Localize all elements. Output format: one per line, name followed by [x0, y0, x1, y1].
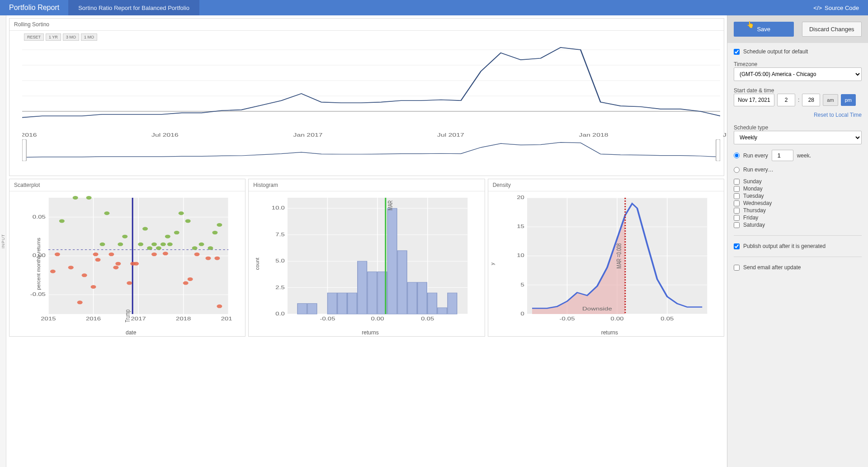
svg-text:5.0: 5.0 — [275, 258, 285, 264]
hour-input[interactable] — [777, 94, 795, 106]
svg-text:5: 5 — [520, 282, 524, 287]
svg-point-45 — [174, 231, 179, 234]
svg-rect-93 — [308, 304, 317, 314]
schedule-type-select[interactable]: Weekly — [734, 131, 862, 144]
svg-rect-92 — [297, 304, 307, 314]
svg-point-53 — [50, 270, 56, 273]
publish-output-checkbox[interactable] — [734, 243, 740, 249]
svg-rect-94 — [328, 293, 337, 314]
publish-output-label: Publish output after it is generated — [743, 243, 826, 249]
svg-point-63 — [115, 262, 121, 266]
svg-point-52 — [217, 223, 222, 227]
schedule-type-label: Schedule type — [734, 124, 862, 131]
timezone-label: Timezone — [734, 61, 862, 67]
svg-point-39 — [147, 246, 152, 250]
svg-point-40 — [151, 243, 157, 246]
svg-text:Trump: Trump — [123, 310, 132, 322]
svg-text:Jul 2017: Jul 2017 — [437, 133, 464, 138]
svg-point-49 — [199, 243, 204, 246]
svg-rect-100 — [388, 208, 397, 314]
range-1yr[interactable]: 1 YR — [46, 33, 61, 41]
day-friday-checkbox[interactable] — [734, 215, 740, 221]
svg-text:-0.05: -0.05 — [320, 316, 335, 322]
svg-rect-104 — [428, 293, 437, 314]
svg-text:Jul 2018: Jul 2018 — [723, 133, 727, 138]
am-toggle[interactable]: am — [823, 94, 838, 106]
rolling-sortino-chart[interactable]: 01234 — [22, 40, 720, 130]
svg-point-41 — [156, 246, 161, 250]
svg-text:0.0: 0.0 — [275, 311, 285, 317]
svg-text:20: 20 — [517, 195, 524, 200]
density-ylabel: y — [489, 262, 495, 265]
svg-text:MAR =0.008: MAR =0.008 — [614, 243, 623, 269]
range-reset[interactable]: RESET — [24, 33, 44, 41]
brush-overview[interactable] — [22, 139, 720, 161]
svg-point-50 — [208, 246, 213, 250]
scatter-ylabel: percent monthly returns — [36, 238, 41, 290]
send-email-label: Send email after update — [743, 264, 801, 271]
rolling-sortino-title: Rolling Sortino — [9, 19, 724, 31]
timezone-select[interactable]: (GMT-05:00) America - Chicago — [734, 67, 862, 81]
run-every-n-radio[interactable] — [734, 152, 740, 158]
range-1mo[interactable]: 1 MO — [81, 33, 97, 41]
svg-point-72 — [206, 257, 211, 260]
svg-point-35 — [118, 243, 123, 246]
svg-text:MAR: MAR — [386, 200, 394, 210]
histogram-chart[interactable]: MAR-0.050.000.050.02.55.07.510.0 — [269, 195, 472, 324]
pm-toggle[interactable]: pm — [841, 94, 856, 106]
schedule-output-checkbox[interactable] — [734, 49, 740, 55]
run-every-n-input[interactable] — [772, 150, 793, 161]
svg-rect-101 — [398, 251, 407, 314]
density-xlabel: returns — [508, 329, 711, 336]
page-title: Portfolio Report — [0, 4, 68, 12]
minute-input[interactable] — [802, 94, 820, 106]
density-chart[interactable]: MAR =0.008Downside-0.050.000.0505101520 — [508, 195, 711, 324]
svg-text:Jan 2018: Jan 2018 — [579, 133, 608, 138]
run-every-alt-radio[interactable] — [734, 167, 740, 173]
range-3mo[interactable]: 3 MO — [63, 33, 79, 41]
svg-text:Jul 2016: Jul 2016 — [151, 133, 179, 138]
svg-text:2.5: 2.5 — [275, 285, 285, 290]
svg-rect-97 — [358, 261, 367, 314]
svg-point-37 — [138, 243, 143, 246]
svg-text:2017: 2017 — [131, 316, 146, 322]
density-title: Density — [488, 179, 724, 191]
svg-point-64 — [127, 281, 132, 285]
day-monday-checkbox[interactable] — [734, 186, 740, 192]
svg-text:2016: 2016 — [86, 316, 101, 322]
date-input[interactable] — [734, 94, 774, 106]
day-tuesday-checkbox[interactable] — [734, 193, 740, 199]
scatterplot-chart[interactable]: Trump20152016201720182019-0.050.000.05 — [29, 195, 232, 324]
svg-point-68 — [163, 252, 168, 255]
svg-point-46 — [179, 211, 184, 215]
day-list: SundayMondayTuesdayWednesdayThursdayFrid… — [734, 178, 862, 228]
svg-text:Downside: Downside — [582, 306, 612, 312]
svg-text:2019: 2019 — [221, 316, 233, 322]
send-email-checkbox[interactable] — [734, 265, 740, 271]
svg-point-66 — [133, 262, 139, 266]
day-wednesday-checkbox[interactable] — [734, 200, 740, 206]
svg-rect-105 — [438, 308, 447, 314]
code-icon: </> — [813, 5, 822, 11]
source-code-button[interactable]: </> Source Code — [813, 5, 859, 11]
svg-text:-0.05: -0.05 — [30, 292, 46, 297]
svg-text:2018: 2018 — [176, 316, 191, 322]
day-thursday-checkbox[interactable] — [734, 208, 740, 214]
svg-point-44 — [167, 243, 173, 246]
svg-text:0: 0 — [520, 311, 524, 317]
save-button[interactable]: Save — [734, 22, 794, 37]
svg-point-34 — [104, 211, 109, 215]
day-sunday-checkbox[interactable] — [734, 179, 740, 185]
input-tab[interactable]: INPUT — [0, 15, 6, 467]
density-card: Density y MAR =0.008Downside-0.050.000.0… — [488, 179, 724, 337]
day-saturday-checkbox[interactable] — [734, 222, 740, 228]
svg-text:0.00: 0.00 — [610, 316, 623, 322]
page-subtitle: Sortino Ratio Report for Balanced Portfo… — [68, 0, 199, 15]
svg-point-61 — [108, 253, 114, 256]
reset-local-time-link[interactable]: Reset to Local Time — [734, 112, 862, 118]
svg-text:Jan 2016: Jan 2016 — [22, 133, 37, 138]
svg-rect-102 — [408, 282, 417, 314]
svg-point-48 — [192, 246, 198, 250]
svg-text:0.00: 0.00 — [371, 316, 384, 322]
discard-button[interactable]: Discard Changes — [802, 22, 862, 37]
